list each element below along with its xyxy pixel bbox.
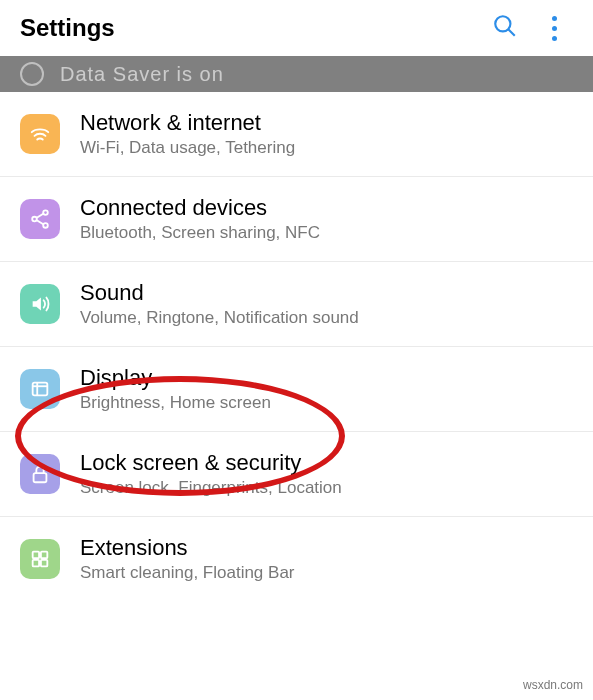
settings-list: Network & internet Wi-Fi, Data usage, Te… <box>0 92 593 601</box>
svg-line-6 <box>36 220 43 225</box>
settings-item-connected[interactable]: Connected devices Bluetooth, Screen shar… <box>0 177 593 262</box>
settings-item-display[interactable]: Display Brightness, Home screen <box>0 347 593 432</box>
item-text: Lock screen & security Screen lock, Fing… <box>80 450 573 498</box>
svg-line-5 <box>36 214 43 219</box>
share-icon <box>20 199 60 239</box>
item-title: Sound <box>80 280 573 306</box>
item-subtitle: Smart cleaning, Floating Bar <box>80 563 573 583</box>
svg-line-1 <box>508 29 515 36</box>
item-subtitle: Bluetooth, Screen sharing, NFC <box>80 223 573 243</box>
item-text: Display Brightness, Home screen <box>80 365 573 413</box>
item-subtitle: Volume, Ringtone, Notification sound <box>80 308 573 328</box>
banner-text: Data Saver is on <box>60 63 224 86</box>
extensions-icon <box>20 539 60 579</box>
app-header: Settings <box>0 0 593 56</box>
item-subtitle: Screen lock, Fingerprints, Location <box>80 478 573 498</box>
item-title: Connected devices <box>80 195 573 221</box>
item-text: Network & internet Wi-Fi, Data usage, Te… <box>80 110 573 158</box>
item-subtitle: Brightness, Home screen <box>80 393 573 413</box>
svg-rect-15 <box>41 560 47 566</box>
item-title: Lock screen & security <box>80 450 573 476</box>
item-title: Display <box>80 365 573 391</box>
settings-item-sound[interactable]: Sound Volume, Ringtone, Notification sou… <box>0 262 593 347</box>
svg-rect-8 <box>33 383 48 396</box>
header-actions <box>492 12 573 45</box>
item-title: Network & internet <box>80 110 573 136</box>
item-text: Extensions Smart cleaning, Floating Bar <box>80 535 573 583</box>
svg-marker-7 <box>33 298 41 311</box>
data-saver-icon <box>20 62 44 86</box>
more-icon[interactable] <box>548 12 561 45</box>
data-saver-banner[interactable]: Data Saver is on <box>0 56 593 92</box>
page-title: Settings <box>20 14 115 42</box>
settings-item-lock[interactable]: Lock screen & security Screen lock, Fing… <box>0 432 593 517</box>
item-text: Connected devices Bluetooth, Screen shar… <box>80 195 573 243</box>
svg-rect-14 <box>33 560 39 566</box>
item-subtitle: Wi-Fi, Data usage, Tethering <box>80 138 573 158</box>
watermark: wsxdn.com <box>523 678 583 692</box>
lock-icon <box>20 454 60 494</box>
svg-rect-13 <box>41 552 47 558</box>
display-icon <box>20 369 60 409</box>
settings-item-extensions[interactable]: Extensions Smart cleaning, Floating Bar <box>0 517 593 601</box>
item-text: Sound Volume, Ringtone, Notification sou… <box>80 280 573 328</box>
wifi-icon <box>20 114 60 154</box>
svg-point-0 <box>495 16 510 31</box>
svg-rect-12 <box>33 552 39 558</box>
svg-rect-11 <box>34 473 47 482</box>
sound-icon <box>20 284 60 324</box>
settings-item-network[interactable]: Network & internet Wi-Fi, Data usage, Te… <box>0 92 593 177</box>
search-icon[interactable] <box>492 13 518 43</box>
item-title: Extensions <box>80 535 573 561</box>
